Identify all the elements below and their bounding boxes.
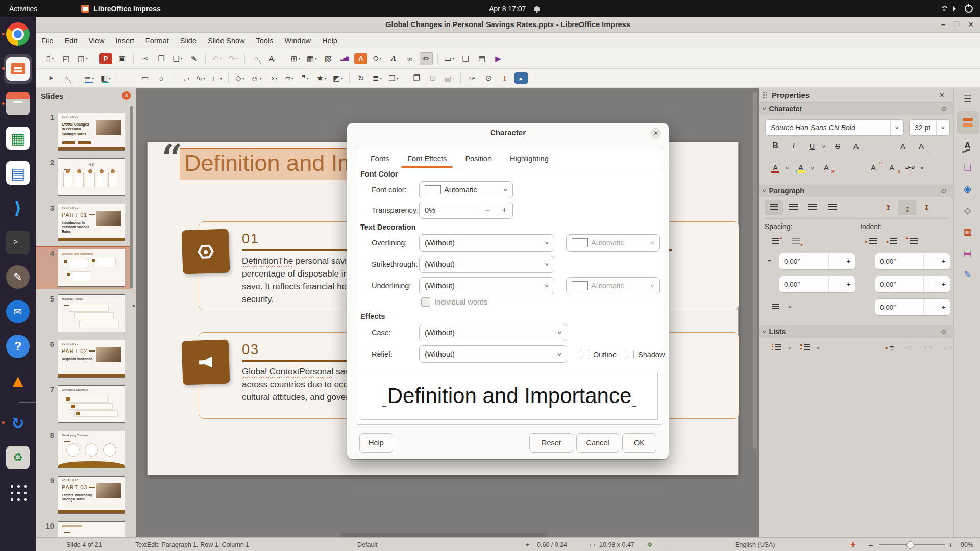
decrement-button[interactable]: – [923,253,937,269]
increment-button[interactable]: + [842,276,855,292]
slide-thumbnail-row[interactable]: 9 YOUR LOGO PART 03 Factors Influencing … [36,474,132,516]
slide-thumbnail-row[interactable]: 1 YOUR LOGO Global Changes in Personal S… [36,111,132,153]
tab-fonts[interactable]: Fonts [361,151,398,168]
edit-points-button[interactable]: ✑ [465,71,479,85]
export-pdf-button[interactable]: P [99,53,112,64]
menu-view[interactable]: View [83,35,110,47]
increase-font-size-button[interactable]: A [896,139,910,153]
slide-thumbnail[interactable]: Developed Countries [58,385,125,423]
start-slideshow-button[interactable]: ▶ [492,52,505,65]
slide-thumbnail-row[interactable]: 6 YOUR LOGO PART 02 Regional Variations [36,338,132,380]
slide-thumbnail-row[interactable]: 10 [36,519,132,537]
font-color-select[interactable]: Automatic ∨ [419,181,513,198]
decrement-button[interactable]: – [828,253,842,269]
menu-tools[interactable]: Tools [251,35,279,47]
slide-thumbnail-row[interactable]: 5 Historical Trends [36,292,132,334]
shadow-button[interactable]: ❐ [410,71,423,85]
close-icon[interactable]: ✕ [122,91,131,100]
dock-terminal[interactable]: >_ [0,225,36,260]
gallery-deck-tab[interactable]: ❏ [958,158,978,177]
increment-button[interactable]: + [842,253,855,269]
increase-paragraph-spacing-button[interactable] [767,235,784,248]
decrease-font-size-button[interactable]: A [915,139,928,153]
after-indent-stepper[interactable]: 0.00″ – + [875,276,950,293]
system-tray[interactable] [940,0,973,17]
transparency-stepper[interactable]: 0% – + [419,202,513,219]
decrement-button[interactable]: – [923,299,937,315]
slide-thumbnail-row[interactable]: 3 YOUR LOGO PART 01 Introduction to Pers… [36,202,132,243]
promote-button[interactable]: ◂ [901,341,917,354]
slide-thumbnail[interactable]: YOUR LOGO Global Changes in Personal Sav… [58,113,125,151]
media-button[interactable]: ▸ [514,72,528,84]
character-shadow-button[interactable]: A [849,139,863,153]
dock-files[interactable] [0,86,36,121]
underline-button[interactable]: U [805,139,819,153]
open-file-button[interactable]: ◰ [60,52,73,65]
find-replace-button[interactable] [250,52,263,65]
menu-format[interactable]: Format [140,35,175,47]
increment-button[interactable]: + [496,202,512,218]
slide-style-name[interactable]: Default [357,538,378,551]
align-left-button[interactable] [765,200,783,215]
activities-button[interactable]: Activities [9,5,37,13]
insert-special-character-button[interactable]: Ω [371,52,384,65]
menu-slide[interactable]: Slide [175,35,202,47]
outline-checkbox[interactable]: Outline [580,350,617,359]
save-button[interactable]: ◫ [76,52,89,65]
panel-collapse-handle[interactable]: ◂ [132,302,135,309]
slide-thumbnail[interactable]: 目录 [58,158,125,196]
slide-thumbnail[interactable]: YOUR LOGO PART 01 Introduction to Person… [58,204,125,241]
ellipse-tool[interactable]: ○ [155,71,168,85]
insert-image-button[interactable]: ▧ [322,52,335,65]
undo-button[interactable]: ↶ [210,52,224,65]
lines-and-arrows-tool[interactable]: → [178,71,191,85]
case-select[interactable]: (Without) ∨ [419,324,567,341]
stars-banners-tool[interactable]: ★ [315,71,328,85]
overlining-select[interactable]: (Without) ∨ [419,234,554,252]
master-slides-deck-tab[interactable]: ▦ [958,222,978,241]
restore-button[interactable]: ❐ [953,20,960,29]
dock-gimp[interactable]: ✎ [0,260,36,294]
menu-slide-show[interactable]: Slide Show [202,35,251,47]
new-slide-button[interactable]: ▭ [443,52,456,65]
copy-button[interactable]: ❐ [155,52,168,65]
slide-thumbnail[interactable]: Developing Countries [58,431,125,468]
close-sidebar-icon[interactable]: ✕ [939,91,945,99]
slide-thumbnail[interactable]: YOUR LOGO PART 03 Factors Influencing Sa… [58,476,125,514]
font-name-select[interactable]: Source Han Sans CN Bold ∨ [765,119,904,136]
chevron-down-icon[interactable]: ∨ [787,304,792,309]
unordered-list-button[interactable] [768,341,785,354]
first-line-indent-stepper[interactable]: 0.00″ – + [875,298,950,316]
increment-button[interactable]: + [937,276,950,292]
slide-thumbnail-row[interactable]: 4 Definition and Importance [36,247,132,289]
3d-objects-tool[interactable]: ◩ [331,71,345,85]
insert-fontwork-button[interactable]: A [387,52,400,65]
slide-transition-deck-tab[interactable]: ▤ [958,244,978,262]
menu-insert[interactable]: Insert [110,35,140,47]
decrease-paragraph-spacing-button[interactable] [787,235,804,248]
zoom-tool[interactable] [60,71,73,85]
decrement-button[interactable]: – [923,276,937,292]
tab-position[interactable]: Position [456,151,501,168]
slide-thumbnail-row[interactable]: 2 目录 [36,156,132,198]
strikethrough-select[interactable]: (Without) ∨ [419,256,554,273]
zoom-in-button[interactable]: + [948,538,953,551]
increment-button[interactable]: + [937,253,950,269]
tab-highlighting[interactable]: Highlighting [501,151,558,168]
relief-select[interactable]: (Without) ∨ [419,345,567,363]
ordered-list-button[interactable] [796,341,814,354]
insert-hyperlink-button[interactable]: ∞ [403,52,416,65]
dock-thunderbird[interactable]: ✉ [0,294,36,329]
cancel-button[interactable]: Cancel [576,433,619,453]
arrange-button[interactable]: ❏ [387,71,400,85]
shapes-deck-tab[interactable]: ◇ [958,201,978,219]
zoom-out-button[interactable]: – [869,538,873,551]
sidebar-menu-icon[interactable]: ☰ [958,90,978,108]
menu-file[interactable]: File [36,35,59,47]
move-down-button[interactable]: ▾ [921,341,936,354]
superscript-button[interactable]: A [867,161,880,174]
fill-color-button[interactable]: ◧ [99,71,112,85]
overlining-color-select[interactable]: Automatic ∨ [566,234,660,252]
dialog-close-icon[interactable]: ✕ [650,128,662,139]
slide-thumbnail[interactable]: Historical Trends [58,294,125,332]
